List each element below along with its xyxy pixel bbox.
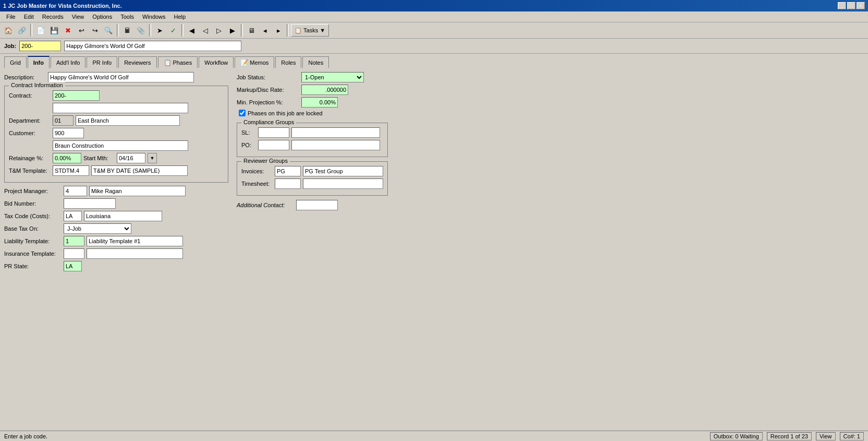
save-icon[interactable]: 💾	[48, 24, 60, 37]
attach-icon[interactable]: 📎	[135, 24, 147, 37]
invoices-name-input[interactable]	[303, 166, 383, 176]
invoices-label: Invoices:	[241, 168, 273, 174]
screen-icon[interactable]: 🖥	[245, 24, 258, 37]
nav-next-icon[interactable]: ▷	[213, 24, 225, 37]
retainage-label: Retainage %:	[9, 155, 51, 161]
redo-icon[interactable]: ↪	[89, 24, 101, 37]
job-code-input[interactable]	[19, 41, 61, 51]
additional-contact-input[interactable]	[296, 200, 338, 210]
phases-locked-checkbox[interactable]	[239, 110, 246, 116]
po-name-input[interactable]	[291, 140, 380, 150]
menu-records[interactable]: Records	[38, 13, 68, 21]
menu-options[interactable]: Options	[88, 13, 116, 21]
po-code-input[interactable]	[258, 140, 289, 150]
customer-name-row	[9, 140, 224, 151]
main-content: Description: Contract Information Contra…	[0, 68, 868, 278]
tab-notes[interactable]: Notes	[302, 56, 329, 68]
tab-memos[interactable]: 📝Memos	[235, 56, 274, 68]
po-row: PO:	[241, 140, 383, 150]
tax-code-row: Tax Code (Costs):	[4, 211, 228, 221]
sl-name-input[interactable]	[291, 127, 380, 138]
tax-code-input[interactable]	[64, 211, 82, 221]
tab-roles[interactable]: Roles	[275, 56, 301, 68]
nav-last-icon[interactable]: ▶	[226, 24, 239, 37]
customer-code-input[interactable]	[53, 128, 84, 138]
tab-grid[interactable]: Grid	[4, 56, 27, 68]
insurance-template-name-input[interactable]	[87, 248, 183, 259]
job-label: Job:	[4, 43, 16, 49]
tax-code-name-input[interactable]	[84, 211, 162, 221]
new-icon[interactable]: 📄	[34, 24, 47, 37]
close-button[interactable]: ×	[857, 2, 865, 9]
delete-icon[interactable]: ✖	[62, 24, 74, 37]
toolbar-sep-3	[149, 24, 151, 37]
nav-prev-icon[interactable]: ◁	[199, 24, 212, 37]
tab-phases[interactable]: 📋Phases	[158, 56, 198, 68]
left-panel: Description: Contract Information Contra…	[4, 72, 228, 273]
additional-contact-row: Additional Contact:	[237, 200, 864, 210]
tab-info[interactable]: Info	[28, 56, 50, 68]
menu-file[interactable]: File	[2, 13, 20, 21]
tm-template-name-input[interactable]	[91, 165, 188, 176]
project-manager-name-input[interactable]	[89, 186, 186, 196]
menu-windows[interactable]: Windows	[138, 13, 170, 21]
sl-code-input[interactable]	[258, 127, 289, 138]
tm-template-label: T&M Template:	[9, 168, 51, 174]
start-mth-label: Start Mth:	[83, 155, 115, 161]
menu-tools[interactable]: Tools	[116, 13, 138, 21]
customer-name-input[interactable]	[53, 140, 188, 151]
contract-input[interactable]	[53, 90, 100, 101]
contract-info-title: Contract Information	[9, 82, 65, 88]
arrow-right-icon[interactable]: ➤	[153, 24, 166, 37]
tax-code-label: Tax Code (Costs):	[4, 213, 62, 219]
maximize-button[interactable]: □	[847, 2, 855, 9]
find-icon[interactable]: 🔍	[102, 24, 115, 37]
tab-reviewers[interactable]: Reviewers	[118, 56, 156, 68]
job-name-input[interactable]	[64, 41, 241, 51]
liability-template-name-input[interactable]	[87, 236, 183, 246]
pr-state-row: PR State:	[4, 261, 228, 271]
bid-number-input[interactable]	[64, 198, 116, 209]
retainage-input[interactable]	[53, 153, 81, 163]
min-projection-input[interactable]	[301, 97, 338, 108]
tab-workflow[interactable]: Workflow	[199, 56, 234, 68]
start-mth-picker-button[interactable]: ▼	[148, 153, 157, 163]
project-manager-row: Project Manager:	[4, 186, 228, 196]
tasks-button[interactable]: 📋 Tasks ▼	[291, 24, 329, 37]
liability-template-id-input[interactable]	[64, 236, 84, 246]
markup-row: Markup/Disc Rate:	[237, 85, 864, 95]
tab-addl-info[interactable]: Add'l Info	[51, 56, 86, 68]
start-mth-input[interactable]	[117, 153, 145, 163]
menu-view[interactable]: View	[68, 13, 89, 21]
department-name-input[interactable]	[76, 115, 180, 126]
menu-help[interactable]: Help	[170, 13, 190, 21]
tm-template-code-input[interactable]	[53, 165, 89, 176]
tasks-icon: 📋	[295, 27, 302, 34]
description-input[interactable]	[48, 72, 194, 82]
base-tax-select[interactable]: J-Job	[64, 223, 131, 234]
scroll-left-icon[interactable]: ◂	[259, 24, 271, 37]
department-code-input[interactable]	[53, 115, 74, 126]
check-icon[interactable]: ✓	[167, 24, 179, 37]
timesheet-name-input[interactable]	[303, 178, 383, 189]
project-manager-id-input[interactable]	[64, 186, 87, 196]
home-icon[interactable]: 🏠	[2, 24, 15, 37]
toolbar-sep-1	[30, 24, 32, 37]
link-icon[interactable]: 🔗	[16, 24, 28, 37]
invoices-code-input[interactable]	[275, 166, 301, 176]
sl-label: SL:	[241, 129, 256, 136]
calc-icon[interactable]: 🖩	[121, 24, 133, 37]
tab-pr-info[interactable]: PR Info	[87, 56, 117, 68]
undo-icon[interactable]: ↩	[75, 24, 88, 37]
pr-state-input[interactable]	[64, 261, 82, 271]
scroll-right-icon[interactable]: ▸	[272, 24, 285, 37]
markup-input[interactable]	[301, 85, 348, 95]
insurance-template-id-input[interactable]	[64, 248, 84, 259]
contract-extra-input[interactable]	[53, 103, 188, 113]
timesheet-code-input[interactable]	[275, 178, 301, 189]
nav-back-icon[interactable]: ◀	[186, 24, 198, 37]
menu-edit[interactable]: Edit	[20, 13, 38, 21]
job-status-select[interactable]: 1-Open	[301, 72, 364, 82]
po-label: PO:	[241, 142, 256, 148]
minimize-button[interactable]: _	[838, 2, 846, 9]
